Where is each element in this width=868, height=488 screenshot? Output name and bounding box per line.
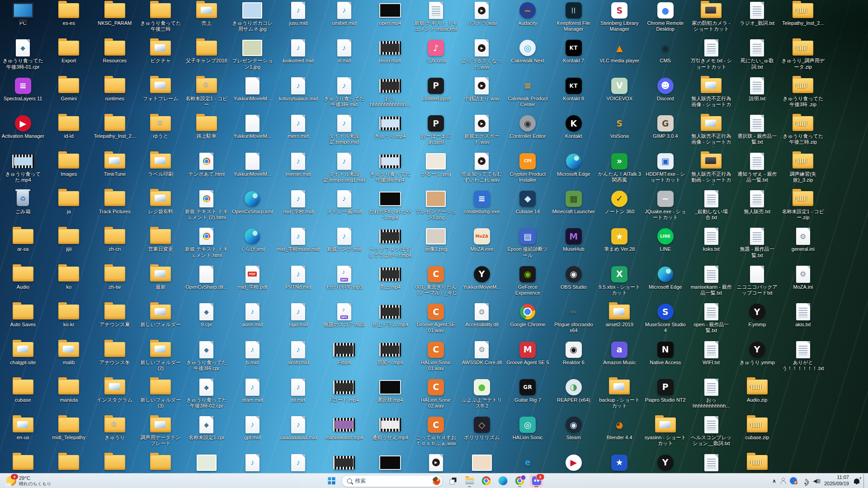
desktop-icon[interactable]: MoZAMoZA.exe	[459, 226, 505, 263]
desktop-icon[interactable]: Accessibility.dll	[459, 301, 505, 339]
desktop-icon[interactable]: jijii	[46, 226, 92, 263]
desktop-icon[interactable]: YYukkuriMovieM...	[459, 264, 505, 301]
desktop-icon[interactable]: NNative Access	[642, 339, 689, 377]
desktop-icon[interactable]: ◆Cubase 14	[505, 188, 551, 226]
desktop-icon[interactable]: ◉Controller Editor	[505, 113, 551, 150]
desktop-icon[interactable]: backup - ショートカット	[597, 377, 643, 414]
desktop-icon[interactable]: きゅうり_調声用データ.zip	[780, 38, 826, 75]
desktop-icon[interactable]: Images	[46, 151, 92, 188]
desktop-icon[interactable]: きゅうりボカコレ用サムネ.jpg	[230, 0, 276, 38]
desktop-icon[interactable]: アナウンス夏	[92, 301, 138, 339]
desktop-icon[interactable]: GRGuitar Rig 7	[505, 377, 551, 414]
desktop-icon[interactable]: KTKontakt 8	[551, 75, 597, 113]
desktop-icon[interactable]: 無人販売不正行為画像 - ショートカッ...	[689, 75, 735, 113]
volume-icon[interactable]: ◀)))	[813, 478, 820, 484]
desktop-icon[interactable]: Export	[46, 38, 92, 75]
desktop-icon[interactable]: F.mp4	[321, 339, 368, 377]
desktop-icon[interactable]: Gemini	[46, 75, 92, 113]
desktop-icon[interactable]: SSteinberg Library Manager	[597, 0, 643, 38]
desktop-icon[interactable]: 羽尻へ.mp4	[367, 339, 413, 377]
desktop-icon[interactable]: ★筆まめ Ver.28	[597, 226, 643, 263]
desktop-icon[interactable]: 無人販売.txt	[734, 188, 780, 226]
desktop-icon[interactable]: 新規 テキスト ドキュメント.html	[184, 226, 230, 263]
desktop-icon[interactable]: sfzPlogue sforzando x64	[551, 301, 597, 339]
desktop-icon[interactable]	[0, 452, 46, 474]
desktop-icon[interactable]: 父子キャンプ2018	[184, 38, 230, 75]
desktop-icon[interactable]: manisekarin.mp4	[321, 414, 368, 452]
desktop-icon[interactable]: ◕Blender 4.4	[597, 414, 643, 452]
desktop-icon[interactable]: AWSSDK.Core.dll	[459, 339, 505, 377]
desktop-icon[interactable]: »かんたん！AITalk 3 関西風	[597, 151, 643, 188]
desktop-icon[interactable]: タイトル未設定.tempo.mid	[321, 113, 368, 150]
start-button[interactable]	[325, 474, 339, 487]
desktop-icon[interactable]: zh-tw	[92, 264, 138, 301]
desktop-icon[interactable]: 孤独なインディ・ゲ	[459, 452, 505, 474]
desktop-icon[interactable]: VVOICEVOX	[597, 75, 643, 113]
desktop-icon[interactable]: ~Audacity	[505, 0, 551, 38]
desktop-icon[interactable]: midi_Telepathy	[46, 414, 92, 452]
desktop-icon[interactable]: 名称未設定1 - コピー	[184, 75, 230, 113]
desktop-icon[interactable]: 最新	[138, 264, 184, 301]
desktop-icon[interactable]: TimeTune	[92, 151, 138, 188]
desktop-icon[interactable]: mid_学校.mid	[275, 188, 321, 226]
desktop-icon[interactable]: かるーく.png	[413, 151, 459, 188]
tray-app-icon[interactable]	[790, 477, 797, 484]
desktop-icon[interactable]: sirofo.mid	[275, 339, 321, 377]
desktop-icon[interactable]: MP3無題のスコア.mp3	[321, 301, 368, 339]
tray-chevron-up-icon[interactable]: ∧	[772, 478, 776, 484]
desktop-icon[interactable]: manisekarin - 親作品一覧.txt	[689, 264, 735, 301]
desktop-icon[interactable]: ◇ポリリリリズム	[459, 414, 505, 452]
desktop-icon[interactable]: general.ini	[780, 226, 826, 263]
desktop-icon[interactable]: ◎HALion Sonic	[505, 414, 551, 452]
desktop-icon[interactable]: WIFI.txt	[689, 339, 735, 377]
desktop-icon[interactable]: 名称未設定1 - コピー.zip	[780, 188, 826, 226]
desktop-icon[interactable]: Resources	[92, 38, 138, 75]
desktop-icon[interactable]: cubase.zip	[734, 414, 780, 452]
desktop-icon[interactable]: ko-kr	[46, 301, 92, 339]
desktop-icon[interactable]: ✓ノートン 360	[597, 188, 643, 226]
taskbar-app-window[interactable]	[446, 474, 460, 487]
desktop-icon[interactable]: malib	[46, 339, 92, 377]
desktop-icon[interactable]: maniuta	[46, 377, 92, 414]
search-input[interactable]: 検索	[342, 475, 443, 487]
desktop-icon[interactable]: 選択肢 - 親作品一覧.txt	[734, 113, 780, 150]
desktop-icon[interactable]: インスタグラム	[92, 377, 138, 414]
taskbar-chrome[interactable]	[480, 474, 493, 487]
desktop-icon[interactable]: SVoiSona	[597, 113, 643, 150]
desktop-icon[interactable]: ja	[46, 188, 92, 226]
desktop-icon[interactable]: mid_学校.pdf	[230, 264, 276, 301]
desktop-icon[interactable]: アナウンス冬	[92, 339, 138, 377]
show-desktop-button[interactable]	[863, 474, 866, 488]
desktop-icon[interactable]: td.mid	[275, 377, 321, 414]
desktop-icon[interactable]: 調声用データテンプレート	[138, 414, 184, 452]
desktop-icon[interactable]: ごみ箱	[0, 188, 46, 226]
desktop-icon[interactable]: おっhhhhhhhhhhhh...	[689, 377, 735, 414]
desktop-icon[interactable]: 新しいフォルダー	[138, 301, 184, 339]
desktop-icon[interactable]: KTKontakt 7	[551, 38, 597, 75]
desktop-icon[interactable]: 65487.j	[184, 452, 230, 474]
desktop-icon[interactable]: 井上ドラム.mp4	[367, 301, 413, 339]
desktop-icon[interactable]: Microsoft Edge	[551, 151, 597, 188]
desktop-icon[interactable]: メドレー風.mid	[321, 188, 368, 226]
desktop-icon[interactable]: よりうるさくなった.wav	[459, 38, 505, 75]
desktop-icon[interactable]	[321, 452, 368, 474]
desktop-icon[interactable]: ≡createdump.exe	[459, 188, 505, 226]
desktop-icon[interactable]: Fコード.mp4	[321, 377, 368, 414]
desktop-icon[interactable]: 画像1.png	[413, 226, 459, 263]
desktop-icon[interactable]: MoZA.ini	[780, 264, 826, 301]
desktop-icon[interactable]: 営業日変更	[138, 226, 184, 263]
desktop-icon[interactable]: ko	[46, 264, 92, 301]
desktop-icon[interactable]: C001_東北きりたん（ノーマル）_今じゃ...	[413, 264, 459, 301]
taskbar-file-explorer[interactable]	[463, 474, 476, 487]
desktop-icon[interactable]: _起動しない場合.txt	[689, 188, 735, 226]
desktop-icon[interactable]: cubase	[0, 377, 46, 414]
desktop-icon[interactable]: jusu.mid	[275, 0, 321, 38]
desktop-icon[interactable]: MMuseHub	[551, 226, 597, 263]
desktop-icon[interactable]: OpenCvSharp.dll...	[184, 264, 230, 301]
desktop-icon[interactable]: ▦Minecraft Launcher	[551, 188, 597, 226]
desktop-icon[interactable]: きゅうり.mp4	[367, 113, 413, 150]
desktop-icon[interactable]: runtimes	[92, 75, 138, 113]
desktop-icon[interactable]: Auto Saves	[0, 301, 46, 339]
desktop-icon[interactable]: ~JQuake.exe - ショートカット	[642, 188, 689, 226]
desktop-icon[interactable]: PVTNd.mid	[275, 264, 321, 301]
